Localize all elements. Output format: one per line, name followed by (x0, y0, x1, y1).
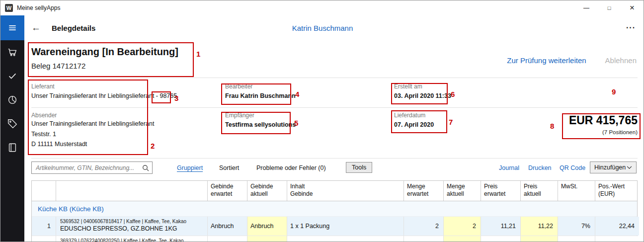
main-content: Wareneingang [In Bearbeitung] Beleg 1471… (24, 40, 644, 242)
gebinde-aktuell-cell[interactable]: Anbruch (247, 217, 287, 236)
lieferdatum-value: 07. April 2020 (394, 121, 434, 128)
header-user-name[interactable]: Katrin Buschmann (292, 24, 353, 32)
book-icon (7, 142, 18, 153)
document-actions: Zur Prüfung weiterleiten Ablehnen (507, 56, 637, 65)
gebinde-erwartet-cell: Anbruch (207, 217, 247, 236)
pos-wert-cell: 80,55 (595, 236, 639, 242)
sidebar-item-journal[interactable] (0, 136, 24, 160)
journal-link[interactable]: Journal (499, 164, 519, 171)
tab-sortiert[interactable]: Sortiert (219, 164, 239, 171)
article-cell: 369379 | 07622400820250 | Kaffee | Kaffe… (56, 236, 207, 242)
absender-label: Absender (31, 112, 154, 119)
table-row[interactable]: 2 369379 | 07622400820250 | Kaffee | Kaf… (32, 236, 637, 242)
menge-aktuell-cell[interactable]: 2 (443, 217, 481, 236)
erstellt-am-label: Erstellt am (394, 83, 451, 90)
article-meta: 369379 | 07622400820250 | Kaffee | Kaffe… (60, 238, 203, 242)
total-positions: (7 Positionen) (569, 129, 638, 135)
menge-aktuell-cell[interactable]: 1 (443, 236, 481, 242)
gebinde-aktuell-cell[interactable]: Original (247, 236, 287, 242)
lieferdatum-label: Lieferdatum (394, 112, 434, 119)
empfaenger-label: Empfänger (225, 112, 296, 119)
preis-aktuell-cell[interactable]: 80,55 (520, 236, 558, 242)
preis-aktuell-cell[interactable]: 11,22 (520, 217, 558, 236)
maximize-button[interactable]: □ (598, 0, 621, 15)
chevron-down-icon (627, 166, 632, 169)
mwst-cell: 7% (558, 236, 595, 242)
article-cell: 5369532 | 04006067818417 | Kaffee | Kaff… (56, 217, 207, 236)
sidebar-item-cart[interactable] (0, 40, 24, 64)
back-button[interactable]: ← (31, 22, 41, 33)
lieferant-field: Lieferant Unser Trainingslieferant Ihr L… (31, 83, 177, 99)
absender-line-1: Unser Trainingslieferant Ihr Lieblingsli… (31, 119, 154, 129)
menu-icon (7, 23, 17, 33)
table-header-cell[interactable]: Pos.-Wert (EUR) (595, 181, 639, 201)
table-header-cell[interactable]: Gebinde erwartet (207, 181, 247, 201)
document-title: Wareneingang [In Bearbeitung] (31, 46, 178, 58)
close-button[interactable]: × (621, 0, 644, 15)
app-header: ← Belegdetails Katrin Buschmann ··· (24, 15, 644, 40)
table-header-cell (32, 181, 56, 201)
bearbeiter-label: Bearbeiter (225, 83, 296, 90)
table-header-cell[interactable]: Inhalt Gebinde (287, 181, 403, 201)
lieferant-value: Unser Trainingslieferant Ihr Lieblingsli… (31, 92, 177, 99)
window-titlebar: W Meine sellyApps — □ × (0, 0, 644, 15)
table-header-cell[interactable]: Menge aktuell (443, 181, 481, 201)
inhalt-gebinde-cell: 1 x 1 Packung (287, 217, 403, 236)
sidebar-item-tasks[interactable] (0, 64, 24, 88)
erstellt-am-field: Erstellt am 03. April 2020 11:33 (394, 83, 451, 99)
reject-button[interactable]: Ablehnen (605, 56, 637, 65)
table-row[interactable]: 1 5369532 | 04006067818417 | Kaffee | Ka… (32, 217, 637, 236)
tab-probleme[interactable]: Probleme oder Fehler (0) (256, 164, 326, 171)
table-header-cell (56, 181, 207, 201)
menge-erwartet-cell: 1 (403, 236, 443, 242)
empfaenger-field: Empfänger Testfirma sellysolutions (225, 112, 296, 128)
position-number-cell: 1 (32, 217, 56, 236)
divider (31, 78, 638, 78)
table-header-cell[interactable]: Gebinde aktuell (247, 181, 287, 201)
app-title: Meine sellyApps (17, 4, 60, 11)
tag-icon (7, 118, 18, 129)
document-header: Wareneingang [In Bearbeitung] Beleg 1471… (31, 46, 178, 70)
page-title: Belegdetails (52, 24, 95, 32)
more-options-button[interactable]: ··· (626, 23, 636, 32)
divider (31, 158, 638, 159)
sidebar-item-tags[interactable] (0, 112, 24, 136)
search-input[interactable] (32, 162, 152, 173)
forward-for-review-button[interactable]: Zur Prüfung weiterleiten (507, 56, 586, 65)
lieferant-label: Lieferant (31, 83, 177, 90)
drucken-link[interactable]: Drucken (528, 164, 552, 171)
table-header-cell[interactable]: MwSt. (558, 181, 595, 201)
gebinde-erwartet-cell: Original (207, 236, 247, 242)
preis-erwartet-cell: 11,21 (481, 217, 520, 236)
tab-gruppiert[interactable]: Gruppiert (177, 164, 203, 171)
table-header-row: Gebinde erwartet Gebinde aktuell Inhalt … (32, 181, 637, 201)
hinzufuegen-button[interactable]: Hinzufügen (590, 161, 637, 173)
table-header-cell[interactable]: Preis aktuell (520, 181, 558, 201)
sidebar-item-statistics[interactable] (0, 88, 24, 112)
cart-icon (7, 47, 18, 58)
lieferdatum-field: Lieferdatum 07. April 2020 (394, 112, 434, 128)
search-icon[interactable] (142, 164, 150, 172)
erstellt-am-value: 03. April 2020 11:33 (394, 92, 451, 99)
absender-line-2: Teststr. 1 (31, 129, 154, 140)
document-number: Beleg 14712172 (31, 62, 178, 70)
hamburger-menu-button[interactable] (0, 15, 24, 40)
preis-erwartet-cell: 80,55 (481, 236, 520, 242)
tools-button[interactable]: Tools (346, 162, 372, 173)
table-header-cell[interactable]: Menge erwartet (403, 181, 443, 201)
search-box (31, 161, 153, 174)
article-name: EDUSCHO ESPRESSO, GZ.BOHNE 1KG (60, 225, 203, 232)
menge-erwartet-cell: 2 (403, 217, 443, 236)
minimize-button[interactable]: — (575, 0, 598, 15)
group-row[interactable]: Küche KB (Küche KB) (32, 201, 637, 217)
pie-chart-icon (7, 94, 18, 105)
positions-table: Gebinde erwartet Gebinde aktuell Inhalt … (31, 180, 638, 242)
table-header-cell[interactable]: Preis erwartet (481, 181, 520, 201)
total-block: EUR 415,765 (7 Positionen) (569, 114, 638, 135)
group-label: Küche KB (Küche KB) (38, 205, 104, 213)
qr-code-link[interactable]: QR Code (560, 164, 585, 171)
app-window: W Meine sellyApps — □ × ← Belegdetails (0, 0, 644, 242)
inhalt-gebinde-cell: 1 x 9 Packungen (287, 236, 403, 242)
hinzufuegen-label: Hinzufügen (594, 164, 626, 171)
pos-wert-cell: 22,44 (595, 217, 639, 236)
